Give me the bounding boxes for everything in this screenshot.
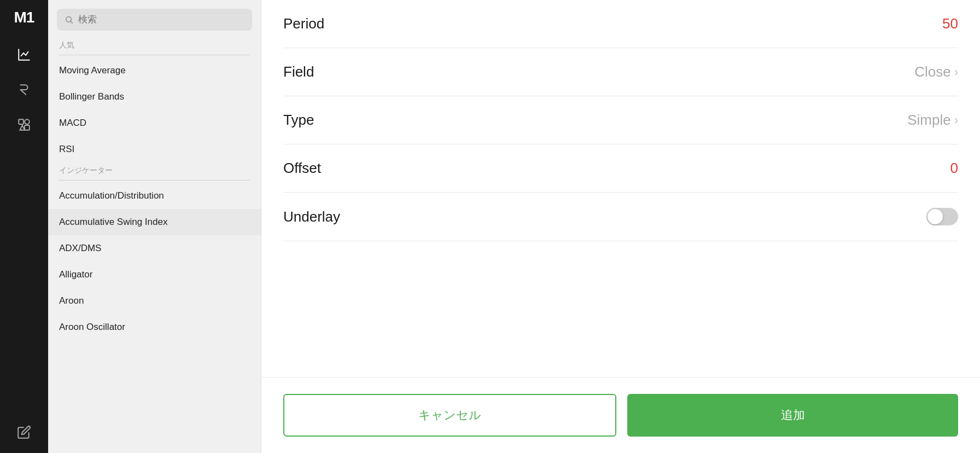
indicator-item-moving-average[interactable]: Moving Average <box>48 57 261 84</box>
main-content: Period 50 Field Close › Type Simple › Of… <box>261 0 980 453</box>
type-chevron-icon: › <box>954 113 958 127</box>
search-box[interactable] <box>57 9 252 31</box>
offset-label: Offset <box>283 160 321 177</box>
setting-row-offset: Offset 0 <box>283 144 958 193</box>
edit-icon[interactable] <box>12 420 36 444</box>
type-nav[interactable]: Simple › <box>907 112 958 129</box>
offset-value[interactable]: 0 <box>950 160 958 177</box>
chart-icon[interactable] <box>12 43 36 67</box>
settings-area: Period 50 Field Close › Type Simple › Of… <box>261 0 980 377</box>
search-input[interactable] <box>78 14 244 25</box>
svg-rect-0 <box>19 119 24 124</box>
underlay-toggle[interactable] <box>926 208 958 225</box>
indicator-panel: 人気 Moving Average Bollinger Bands MACD R… <box>48 0 261 453</box>
underlay-label: Underlay <box>283 208 340 225</box>
shapes-icon[interactable] <box>12 113 36 137</box>
type-value: Simple <box>907 112 950 129</box>
indicator-item-bollinger-bands[interactable]: Bollinger Bands <box>48 84 261 110</box>
setting-row-type[interactable]: Type Simple › <box>283 96 958 144</box>
indicator-section-label: インジケーター <box>48 162 261 178</box>
app-logo: M1 <box>14 9 34 26</box>
period-value[interactable]: 50 <box>942 15 958 32</box>
field-value: Close <box>914 63 950 80</box>
svg-point-3 <box>66 16 72 22</box>
field-chevron-icon: › <box>954 65 958 79</box>
indicator-list: 人気 Moving Average Bollinger Bands MACD R… <box>48 37 261 453</box>
indicator-item-rsi[interactable]: RSI <box>48 136 261 162</box>
setting-row-underlay: Underlay <box>283 193 958 241</box>
cancel-button[interactable]: キャンセル <box>283 394 616 437</box>
field-label: Field <box>283 63 314 80</box>
type-label: Type <box>283 112 314 129</box>
setting-row-field[interactable]: Field Close › <box>283 48 958 96</box>
indicator-item-aroon-oscillator[interactable]: Aroon Oscillator <box>48 314 261 340</box>
indicator-item-accumulative-swing-index[interactable]: Accumulative Swing Index <box>48 209 261 235</box>
divider-popular <box>59 55 250 55</box>
setting-row-period: Period 50 <box>283 0 958 48</box>
sidebar: M1 <box>0 0 48 453</box>
function-icon[interactable] <box>12 78 36 102</box>
add-button[interactable]: 追加 <box>627 394 958 437</box>
bottom-buttons: キャンセル 追加 <box>261 377 980 453</box>
popular-section-label: 人気 <box>48 37 261 53</box>
indicator-item-adx-dms[interactable]: ADX/DMS <box>48 235 261 262</box>
toggle-knob <box>928 209 943 224</box>
indicator-item-aroon[interactable]: Aroon <box>48 288 261 314</box>
svg-rect-2 <box>25 125 30 130</box>
indicator-item-macd[interactable]: MACD <box>48 110 261 136</box>
indicator-item-accumulation-distribution[interactable]: Accumulation/Distribution <box>48 183 261 209</box>
divider-indicators <box>59 180 250 181</box>
indicator-item-alligator[interactable]: Alligator <box>48 262 261 288</box>
field-nav[interactable]: Close › <box>914 63 958 80</box>
svg-point-1 <box>25 119 30 124</box>
period-label: Period <box>283 15 324 32</box>
